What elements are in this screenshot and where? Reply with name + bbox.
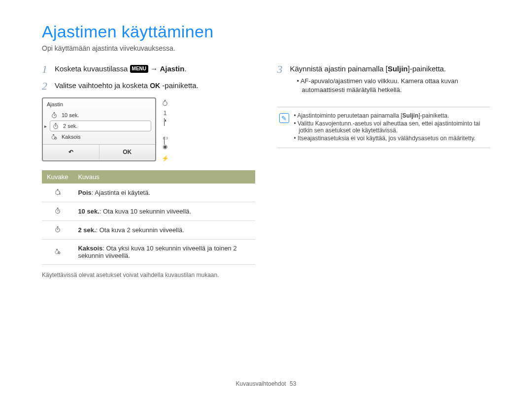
timer-2-icon xyxy=(52,123,59,129)
step2-post: -painiketta. xyxy=(162,81,198,90)
photo-count: 1 xyxy=(164,110,167,116)
back-button: ↶ xyxy=(43,145,100,159)
page-footer: Kuvausvaihtoehdot 53 xyxy=(0,380,532,387)
step-number: 3 xyxy=(277,64,285,101)
opt-label: 10 sek. xyxy=(62,112,79,118)
step1-target: Ajastin xyxy=(160,64,184,73)
svg-rect-10 xyxy=(165,100,166,100)
availability-note: Käytettävissä olevat asetukset voivat va… xyxy=(42,272,255,278)
row-text: : Ota kuva 2 sekunnin viiveellä. xyxy=(96,226,184,234)
table-row: 10 sek.: Ota kuva 10 sekunnin viiveellä. xyxy=(42,202,255,221)
lcd-title: Ajastin xyxy=(43,98,155,109)
timer-off-icon: F xyxy=(54,188,61,195)
step-number: 1 xyxy=(42,64,50,75)
footer-section: Kuvausvaihtoehdot xyxy=(236,380,286,387)
step2-pre: Valitse vaihtoehto ja kosketa xyxy=(55,81,148,90)
svg-point-21 xyxy=(58,251,60,253)
table-row: Kaksois: Ota yksi kuva 10 sekunnin viive… xyxy=(42,240,255,265)
svg-point-14 xyxy=(55,209,59,213)
svg-rect-12 xyxy=(57,189,58,189)
svg-text:F: F xyxy=(59,193,61,195)
svg-point-9 xyxy=(163,101,167,105)
step3-bullet: AF-apuvalo/ajastimen valo vilkkuu. Kamer… xyxy=(297,77,491,94)
svg-rect-2 xyxy=(54,112,55,113)
timer-10-icon xyxy=(54,207,61,214)
info-item: Itseajastinasetuksia ei voi käyttää, jos… xyxy=(294,135,489,142)
mode-icon: ◉ xyxy=(163,144,167,150)
row-bold: Kaksois xyxy=(78,245,102,252)
right-column: 3 Käynnistä ajastin painamalla [Suljin]-… xyxy=(277,64,491,284)
svg-line-1 xyxy=(54,115,55,116)
battery-icon xyxy=(164,119,166,132)
th-icon: Kuvake xyxy=(42,170,73,184)
arrow-icon: → xyxy=(150,64,158,73)
info-item: Valittu Kasvojentunn.-asetus voi aiheutt… xyxy=(294,120,489,134)
table-row: F Pois: Ajastinta ei käytetä. xyxy=(42,184,255,202)
opt-label: Kaksois xyxy=(62,134,81,140)
menu-icon: MENU xyxy=(130,65,148,73)
step-3: 3 Käynnistä ajastin painamalla [Suljin]-… xyxy=(277,64,491,101)
timer-double-icon xyxy=(54,248,61,255)
row-text: : Ajastinta ei käytetä. xyxy=(92,189,150,196)
step-number: 2 xyxy=(42,81,50,92)
flash-icon: ⚡ xyxy=(162,155,169,161)
step3-post: ]-painiketta. xyxy=(408,64,446,73)
th-desc: Kuvaus xyxy=(73,170,255,184)
timer-10-icon xyxy=(51,112,58,119)
page-subtitle: Opi käyttämään ajastinta viivekuvauksess… xyxy=(42,44,490,52)
step1-end: . xyxy=(184,64,186,73)
timer-2-icon xyxy=(54,226,61,233)
info-item: Ajastintoiminto peruutetaan painamalla [… xyxy=(294,112,489,119)
svg-rect-16 xyxy=(57,208,58,208)
opt-label: 2 sek. xyxy=(63,123,77,129)
svg-line-15 xyxy=(58,210,58,211)
svg-rect-8 xyxy=(53,134,54,135)
svg-rect-19 xyxy=(57,226,58,227)
step1-pre: Kosketa kuvaustilassa xyxy=(55,64,128,73)
svg-point-17 xyxy=(55,228,59,232)
step-1: 1 Kosketa kuvaustilassa MENU → Ajastin. xyxy=(42,64,255,75)
camera-screen: Ajastin 10 sek. 2 sek. xyxy=(42,97,255,161)
timer-option-double: Kaksois xyxy=(50,131,151,142)
row-text: : Ota kuva 10 sekunnin viiveellä. xyxy=(100,208,191,215)
timer-option-2: 2 sek. xyxy=(50,121,151,131)
step3-pre: Käynnistä ajastin painamalla [ xyxy=(290,64,388,73)
svg-rect-22 xyxy=(56,249,58,249)
footer-page: 53 xyxy=(290,380,296,387)
info-box: ✎ Ajastintoiminto peruutetaan painamalla… xyxy=(277,107,491,148)
timer-double-icon xyxy=(51,133,58,140)
page-title: Ajastimen käyttäminen xyxy=(42,22,490,41)
ok-icon: OK xyxy=(150,81,160,91)
row-bold: 2 sek. xyxy=(78,226,96,234)
info-icon: ✎ xyxy=(279,113,289,123)
row-bold: 10 sek. xyxy=(78,208,99,215)
svg-point-7 xyxy=(55,137,57,139)
step-2: 2 Valitse vaihtoehto ja kosketa OK -pain… xyxy=(42,81,255,92)
timer-option-10: 10 sek. xyxy=(50,110,151,121)
step3-bold: Suljin xyxy=(388,64,408,73)
svg-rect-5 xyxy=(55,123,57,123)
row-bold: Pois xyxy=(78,189,91,196)
table-row: 2 sek.: Ota kuva 2 sekunnin viiveellä. xyxy=(42,221,255,240)
timer-status-icon xyxy=(162,99,168,107)
ok-button: OK xyxy=(100,145,156,159)
timer-spec-table: Kuvake Kuvaus F Pois: Ajastinta ei käyte… xyxy=(42,170,255,265)
left-column: 1 Kosketa kuvaustilassa MENU → Ajastin. … xyxy=(42,64,255,284)
